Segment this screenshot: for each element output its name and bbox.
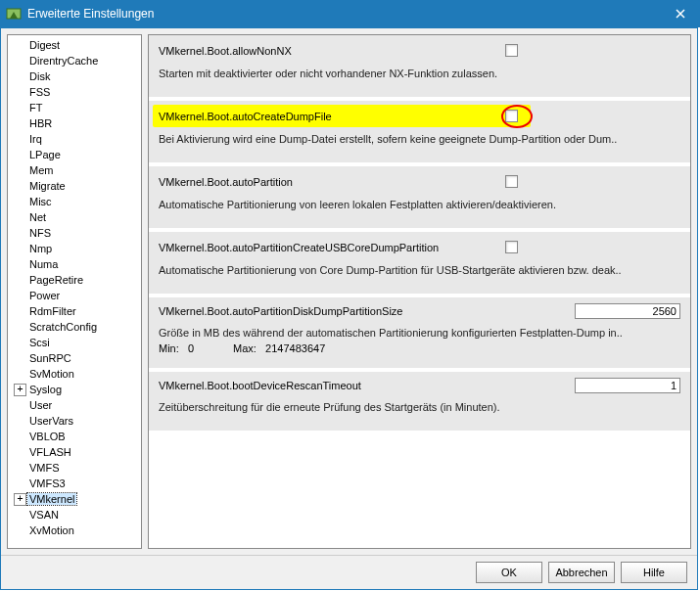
- setting-key-label: VMkernel.Boot.autoPartition: [159, 176, 501, 188]
- title-bar: Erweiterte Einstellungen: [0, 0, 700, 27]
- tree-item-label: Syslog: [27, 384, 64, 395]
- setting-description: Größe in MB des während der automatische…: [159, 327, 680, 339]
- tree-item-label: DirentryCache: [27, 55, 100, 67]
- setting-vmkernel-boot-autopartition: VMkernel.Boot.autoPartitionAutomatische …: [149, 166, 690, 232]
- tree-item-label: VMFS3: [27, 477, 68, 489]
- tree-item-fss[interactable]: +FSS: [12, 84, 139, 100]
- tree-item-hbr[interactable]: +HBR: [12, 115, 139, 131]
- tree-item-label: Digest: [27, 39, 62, 51]
- setting-description: Automatische Partitionierung von leeren …: [159, 199, 680, 210]
- tree-item-label: Scsi: [27, 337, 52, 348]
- tree-item-label: VSAN: [27, 509, 61, 521]
- setting-description: Bei Aktivierung wird eine Dump-Datei ers…: [159, 133, 680, 145]
- tree-item-label: Disk: [27, 70, 52, 82]
- ok-button[interactable]: OK: [476, 562, 542, 583]
- setting-key-label: VMkernel.Boot.bootDeviceRescanTimeout: [159, 380, 501, 391]
- tree-item-label: VMFS: [27, 462, 62, 474]
- tree-item-numa[interactable]: +Numa: [12, 256, 139, 272]
- setting-vmkernel-boot-autopartitioncreateusbcoredumppartition: VMkernel.Boot.autoPartitionCreateUSBCore…: [149, 232, 690, 297]
- settings-list[interactable]: VMkernel.Boot.allowNonNXStarten mit deak…: [148, 34, 691, 549]
- tree-item-scsi[interactable]: +Scsi: [12, 335, 139, 350]
- tree-item-label: SvMotion: [27, 368, 76, 380]
- tree-item-label: VFLASH: [27, 446, 73, 458]
- tree-item-label: Irq: [27, 133, 44, 145]
- tree-item-disk[interactable]: +Disk: [12, 68, 139, 84]
- tree-item-label: RdmFilter: [27, 305, 78, 317]
- tree-item-sunrpc[interactable]: +SunRPC: [12, 350, 139, 366]
- tree-item-label: FSS: [27, 86, 52, 98]
- tree-item-label: LPage: [27, 149, 63, 160]
- tree-item-label: Numa: [27, 258, 60, 270]
- tree-item-label: SunRPC: [27, 352, 73, 364]
- tree-item-vsan[interactable]: +VSAN: [12, 507, 139, 523]
- setting-key-label: VMkernel.Boot.autoPartitionCreateUSBCore…: [159, 242, 501, 253]
- tree-item-irq[interactable]: +Irq: [12, 131, 139, 147]
- tree-item-vmkernel[interactable]: +VMkernel: [12, 491, 139, 507]
- tree-item-label: Nmp: [27, 243, 54, 254]
- window-title: Erweiterte Einstellungen: [27, 7, 661, 21]
- category-tree[interactable]: +Digest+DirentryCache+Disk+FSS+FT+HBR+Ir…: [7, 34, 142, 549]
- tree-item-direntrycache[interactable]: +DirentryCache: [12, 53, 139, 68]
- tree-item-label: VBLOB: [27, 431, 68, 442]
- tree-item-label: NFS: [27, 227, 53, 239]
- setting-vmkernel-boot-allownonnx: VMkernel.Boot.allowNonNXStarten mit deak…: [149, 35, 690, 101]
- setting-vmkernel-boot-autocreatedumpfile: VMkernel.Boot.autoCreateDumpFileBei Akti…: [149, 101, 690, 166]
- setting-key-label: VMkernel.Boot.allowNonNX: [159, 45, 501, 57]
- close-icon: [676, 9, 685, 19]
- setting-checkbox[interactable]: [505, 175, 518, 188]
- tree-item-rdmfilter[interactable]: +RdmFilter: [12, 303, 139, 319]
- setting-min-max: Min: 0Max: 2147483647: [159, 342, 680, 354]
- tree-item-net[interactable]: +Net: [12, 209, 139, 225]
- tree-item-mem[interactable]: +Mem: [12, 162, 139, 178]
- tree-item-vmfs[interactable]: +VMFS: [12, 460, 139, 476]
- tree-item-power[interactable]: +Power: [12, 288, 139, 303]
- tree-item-label: PageRetire: [27, 274, 85, 286]
- setting-max: Max: 2147483647: [233, 342, 325, 354]
- tree-item-label: User: [27, 399, 54, 411]
- tree-item-label: Misc: [27, 196, 54, 207]
- tree-item-nmp[interactable]: +Nmp: [12, 241, 139, 256]
- tree-item-misc[interactable]: +Misc: [12, 194, 139, 209]
- setting-description: Automatische Partitionierung von Core Du…: [159, 264, 680, 276]
- setting-checkbox[interactable]: [505, 110, 518, 122]
- expand-icon[interactable]: +: [14, 384, 26, 396]
- tree-item-user[interactable]: +User: [12, 397, 139, 413]
- cancel-button[interactable]: Abbrechen: [548, 562, 615, 583]
- expand-icon[interactable]: +: [14, 493, 26, 506]
- tree-item-nfs[interactable]: +NFS: [12, 225, 139, 241]
- tree-item-label: FT: [27, 102, 44, 114]
- setting-checkbox[interactable]: [505, 241, 518, 253]
- tree-item-vflash[interactable]: +VFLASH: [12, 444, 139, 460]
- tree-item-lpage[interactable]: +LPage: [12, 147, 139, 162]
- setting-checkbox[interactable]: [505, 44, 518, 57]
- setting-number-input[interactable]: [575, 378, 680, 393]
- setting-min: Min: 0: [159, 342, 194, 354]
- tree-item-label: UserVars: [27, 415, 75, 427]
- setting-description: Zeitüberschreitung für die erneute Prüfu…: [159, 401, 680, 413]
- setting-vmkernel-boot-bootdevicerescantimeout: VMkernel.Boot.bootDeviceRescanTimeoutZei…: [149, 372, 690, 434]
- tree-item-vblob[interactable]: +VBLOB: [12, 429, 139, 444]
- tree-item-label: VMkernel: [27, 493, 76, 505]
- setting-number-input[interactable]: [575, 303, 680, 319]
- close-button[interactable]: [661, 0, 700, 27]
- setting-key-label: VMkernel.Boot.autoCreateDumpFile: [159, 111, 501, 122]
- tree-item-xvmotion[interactable]: +XvMotion: [12, 523, 139, 538]
- tree-item-migrate[interactable]: +Migrate: [12, 178, 139, 194]
- tree-item-ft[interactable]: +FT: [12, 100, 139, 115]
- setting-key-label: VMkernel.Boot.autoPartitionDiskDumpParti…: [159, 305, 501, 317]
- tree-item-syslog[interactable]: +Syslog: [12, 382, 139, 397]
- tree-item-pageretire[interactable]: +PageRetire: [12, 272, 139, 288]
- tree-item-label: XvMotion: [27, 524, 76, 536]
- tree-item-vmfs3[interactable]: +VMFS3: [12, 476, 139, 491]
- tree-item-label: Power: [27, 290, 62, 301]
- tree-item-scratchconfig[interactable]: +ScratchConfig: [12, 319, 139, 335]
- help-button[interactable]: Hilfe: [621, 562, 687, 583]
- tree-item-label: Mem: [27, 164, 55, 176]
- button-bar: OK Abbrechen Hilfe: [1, 555, 697, 589]
- tree-item-label: HBR: [27, 117, 54, 129]
- tree-item-label: Migrate: [27, 180, 68, 192]
- tree-item-digest[interactable]: +Digest: [12, 37, 139, 53]
- tree-item-svmotion[interactable]: +SvMotion: [12, 366, 139, 382]
- setting-vmkernel-boot-autopartitiondiskdumppartitionsize: VMkernel.Boot.autoPartitionDiskDumpParti…: [149, 297, 690, 372]
- tree-item-uservars[interactable]: +UserVars: [12, 413, 139, 429]
